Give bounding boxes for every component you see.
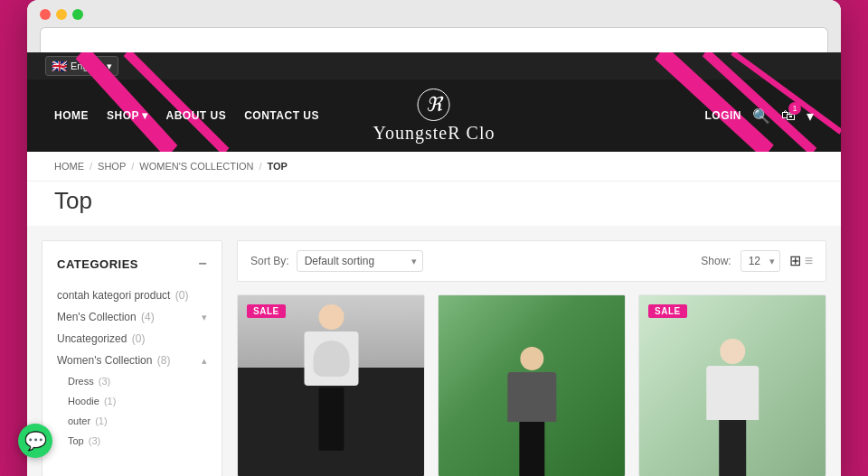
sort-select-wrap: Default sorting Popularity Average ratin…	[297, 250, 423, 272]
nav-contact[interactable]: CONTACT US	[244, 109, 319, 122]
logo-text: YoungsteR Clo	[373, 123, 495, 144]
browser-address-bar[interactable]	[40, 27, 828, 52]
page-title: Top	[54, 187, 814, 215]
sale-badge-3: SALE	[648, 304, 687, 318]
main-nav: HOME SHOP ▾ ABOUT US CONTACT US	[54, 109, 319, 122]
breadcrumb-sep-2: /	[131, 161, 134, 172]
breadcrumb-sep-1: /	[90, 161, 92, 172]
category-item-dress[interactable]: Dress (3)	[68, 371, 207, 391]
show-select-wrap: 12 24 36	[741, 250, 780, 272]
lang-chevron-icon: ▾	[107, 61, 112, 72]
header-actions: LOGIN 🔍 🛍 1 ▾	[705, 107, 815, 125]
language-selector[interactable]: 🇬🇧 English ▾	[45, 56, 118, 76]
category-item-sample[interactable]: contah kategori product (0)	[57, 285, 207, 306]
nav-about[interactable]: ABOUT US	[166, 109, 227, 122]
sort-bar: Sort By: Default sorting Popularity Aver…	[237, 240, 826, 282]
nav-shop[interactable]: SHOP ▾	[107, 109, 148, 122]
browser-chrome	[27, 0, 841, 52]
categories-collapse-button[interactable]: −	[198, 256, 207, 272]
dot-green[interactable]	[72, 9, 83, 20]
dot-red[interactable]	[40, 9, 51, 20]
product-card-2[interactable]	[438, 294, 626, 476]
menu-chevron-icon[interactable]: ▾	[807, 107, 814, 125]
site-header: 🇬🇧 English ▾ HOME SHOP ▾ ABOUT US CONTAC…	[27, 52, 841, 152]
view-toggle: ⊞ ≡	[789, 254, 813, 268]
category-item-uncategorized[interactable]: Uncategorized (0)	[57, 328, 207, 350]
whatsapp-icon: 💬	[27, 430, 47, 452]
logo-icon: ℜ	[418, 89, 450, 121]
product-image-1: SALE	[238, 295, 424, 476]
show-select[interactable]: 12 24 36	[741, 250, 780, 272]
header-top-bar: 🇬🇧 English ▾	[27, 52, 841, 79]
login-button[interactable]: LOGIN	[705, 109, 742, 122]
header-nav-area: HOME SHOP ▾ ABOUT US CONTACT US ℜ Youngs…	[27, 79, 841, 152]
breadcrumb-home[interactable]: HOME	[54, 161, 84, 172]
nav-home[interactable]: HOME	[54, 109, 89, 122]
lang-label: English	[71, 61, 103, 71]
breadcrumb-womens[interactable]: WOMEN'S COLLECTION	[139, 161, 253, 172]
categories-heading: CATEGORIES −	[57, 256, 207, 272]
category-item-outer[interactable]: outer (1)	[68, 411, 207, 431]
category-item-top[interactable]: Top (3)	[68, 431, 207, 451]
category-item-hoodie[interactable]: Hoodie (1)	[68, 391, 207, 411]
breadcrumb-top: TOP	[268, 161, 288, 172]
product-card-3[interactable]: SALE	[638, 294, 826, 476]
breadcrumb-sep-3: /	[259, 161, 261, 172]
category-item-mens[interactable]: Men's Collection (4) ▾	[57, 306, 207, 328]
sort-select[interactable]: Default sorting Popularity Average ratin…	[297, 250, 423, 272]
dot-yellow[interactable]	[56, 9, 67, 20]
product-grid: SALE	[237, 294, 826, 476]
list-view-button[interactable]: ≡	[805, 254, 813, 268]
cart-button[interactable]: 🛍 1	[781, 107, 796, 124]
shop-chevron-icon: ▾	[142, 109, 148, 122]
sidebar: CATEGORIES − contah kategori product (0)…	[42, 240, 222, 476]
search-icon[interactable]: 🔍	[752, 107, 770, 125]
product-card-1[interactable]: SALE	[237, 294, 425, 476]
grid-view-button[interactable]: ⊞	[789, 254, 801, 268]
product-image-3: SALE	[639, 295, 826, 476]
browser-dots	[40, 9, 828, 20]
breadcrumb: HOME / SHOP / WOMEN'S COLLECTION / TOP	[27, 152, 841, 182]
mens-chevron-icon: ▾	[202, 312, 207, 323]
flag-icon: 🇬🇧	[52, 59, 67, 73]
browser-window: 🇬🇧 English ▾ HOME SHOP ▾ ABOUT US CONTAC…	[27, 0, 841, 476]
product-area: Sort By: Default sorting Popularity Aver…	[237, 240, 826, 476]
sort-label: Sort By:	[250, 255, 289, 267]
cart-badge: 1	[788, 102, 801, 115]
womens-chevron-icon: ▴	[202, 355, 207, 367]
sort-left: Sort By: Default sorting Popularity Aver…	[250, 250, 423, 272]
show-label: Show:	[701, 255, 731, 267]
womens-subcategories: Dress (3) Hoodie (1) outer (1) Top (3)	[57, 371, 207, 451]
category-item-womens[interactable]: Women's Collection (8) ▴	[57, 350, 207, 371]
main-content: CATEGORIES − contah kategori product (0)…	[27, 226, 841, 476]
product-image-2	[439, 295, 625, 476]
sale-badge-1: SALE	[247, 304, 286, 318]
breadcrumb-shop[interactable]: SHOP	[98, 161, 126, 172]
page-title-area: Top	[27, 182, 841, 226]
site-logo[interactable]: ℜ YoungsteR Clo	[373, 89, 495, 144]
sort-right: Show: 12 24 36 ⊞ ≡	[701, 250, 813, 272]
